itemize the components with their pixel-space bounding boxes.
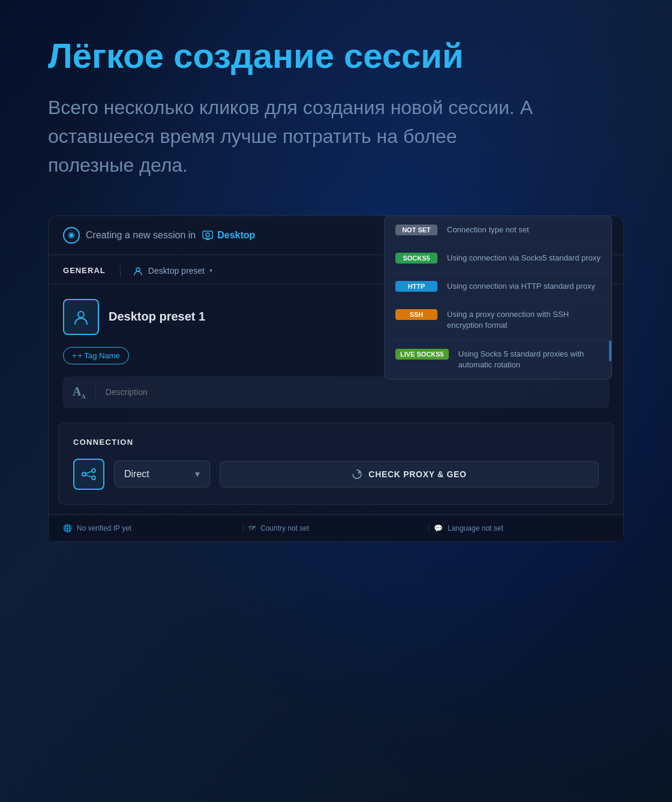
connection-type-dropdown[interactable]: NOT SET Connection type not set SOCKS5 U… bbox=[384, 216, 612, 379]
connection-select-chevron: ▾ bbox=[195, 468, 200, 480]
avatar-box[interactable] bbox=[63, 299, 99, 335]
dropdown-item-ssh[interactable]: SSH Using a proxy connection with SSH en… bbox=[385, 301, 611, 340]
dropdown-item-socks5[interactable]: SOCKS5 Using connection via Socks5 stand… bbox=[385, 244, 611, 273]
ip-label: No verified IP yet bbox=[77, 524, 131, 532]
badge-socks5: SOCKS5 bbox=[395, 253, 437, 264]
badge-http: HTTP bbox=[395, 281, 437, 292]
svg-line-11 bbox=[86, 475, 92, 477]
svg-point-2 bbox=[70, 234, 73, 237]
connection-type-label: Direct bbox=[124, 469, 149, 480]
language-icon: 💬 bbox=[434, 524, 443, 532]
status-divider-2 bbox=[428, 523, 429, 533]
dropdown-item-not-set[interactable]: NOT SET Connection type not set bbox=[385, 216, 611, 244]
workspace-label: Desktop bbox=[202, 229, 255, 241]
tab-preset[interactable]: Desktop preset ▾ bbox=[133, 265, 212, 283]
status-language: 💬 Language not set bbox=[434, 524, 609, 532]
dropdown-desc-ssh: Using a proxy connection with SSH encryp… bbox=[447, 309, 601, 331]
connection-section: CONNECTION Di bbox=[58, 423, 614, 505]
dropdown-item-http[interactable]: HTTP Using connection via HTTP standard … bbox=[385, 273, 611, 301]
svg-point-4 bbox=[206, 233, 209, 237]
preset-icon bbox=[133, 265, 143, 276]
hero-subtitle: Всего несколько кликов для создания ново… bbox=[48, 93, 540, 179]
desc-divider bbox=[95, 386, 96, 398]
app-logo-icon bbox=[63, 227, 80, 244]
connection-icon-box bbox=[73, 459, 104, 490]
preset-label: Desktop preset bbox=[148, 266, 205, 276]
ui-demo-container: NOT SET Connection type not set SOCKS5 U… bbox=[48, 216, 624, 542]
workspace-icon bbox=[202, 229, 214, 241]
svg-point-5 bbox=[136, 268, 140, 271]
dropdown-item-live-socks5[interactable]: LIVE SOCKS5 Using Socks 5 standard proxi… bbox=[385, 340, 611, 379]
tag-button-label: + Tag Name bbox=[78, 351, 120, 360]
svg-rect-3 bbox=[203, 231, 212, 238]
status-divider-1 bbox=[243, 523, 244, 533]
check-proxy-button[interactable]: CHECK PROXY & GEO bbox=[220, 461, 599, 487]
svg-point-8 bbox=[92, 469, 95, 472]
badge-not-set: NOT SET bbox=[395, 225, 437, 235]
dropdown-desc-http: Using connection via HTTP standard proxy bbox=[447, 281, 595, 292]
country-label: Country not set bbox=[260, 524, 309, 532]
connection-section-title: CONNECTION bbox=[73, 438, 599, 447]
workspace-name: Desktop bbox=[217, 230, 255, 241]
badge-live-socks5: LIVE SOCKS5 bbox=[395, 349, 449, 360]
badge-ssh: SSH bbox=[395, 309, 437, 320]
connection-type-select[interactable]: Direct ▾ bbox=[114, 460, 210, 487]
svg-point-7 bbox=[82, 472, 86, 476]
description-input[interactable] bbox=[106, 387, 599, 397]
chevron-down-icon: ▾ bbox=[209, 267, 212, 274]
tag-button[interactable]: + + Tag Name bbox=[63, 347, 129, 364]
country-icon: 🗺 bbox=[248, 524, 256, 532]
tag-button-icon: + bbox=[72, 351, 77, 360]
hero-title: Лёгкое создание сессий bbox=[48, 36, 624, 76]
creating-label: Creating a new session in bbox=[86, 230, 196, 241]
description-icon: AA bbox=[73, 385, 86, 400]
svg-line-10 bbox=[86, 471, 92, 474]
dropdown-desc-socks5: Using connection via Socks5 standard pro… bbox=[447, 253, 601, 264]
refresh-icon bbox=[352, 469, 362, 480]
ip-icon: 🌐 bbox=[63, 524, 72, 532]
status-country: 🗺 Country not set bbox=[248, 524, 424, 532]
status-bar: 🌐 No verified IP yet 🗺 Country not set 💬… bbox=[49, 514, 623, 541]
avatar-icon bbox=[71, 307, 91, 327]
dropdown-desc-not-set: Connection type not set bbox=[447, 225, 529, 235]
connection-type-icon bbox=[80, 466, 97, 483]
language-label: Language not set bbox=[448, 524, 503, 532]
dropdown-desc-live-socks5: Using Socks 5 standard proxies with auto… bbox=[458, 349, 601, 370]
svg-point-9 bbox=[92, 476, 95, 480]
description-row: AA bbox=[63, 376, 609, 408]
tab-general[interactable]: GENERAL bbox=[63, 266, 106, 282]
tab-divider bbox=[120, 265, 121, 277]
status-ip: 🌐 No verified IP yet bbox=[63, 524, 238, 532]
connection-row: Direct ▾ CHECK PROXY & GEO bbox=[73, 459, 599, 490]
check-proxy-label: CHECK PROXY & GEO bbox=[368, 469, 466, 479]
svg-point-6 bbox=[78, 312, 84, 318]
